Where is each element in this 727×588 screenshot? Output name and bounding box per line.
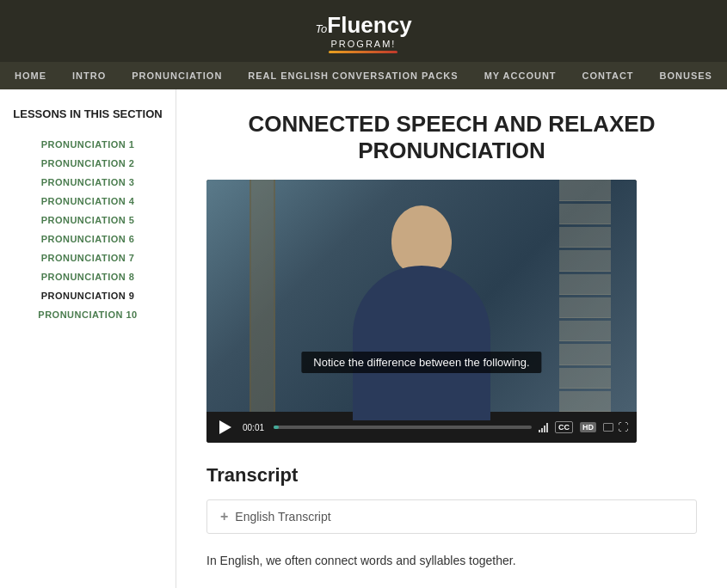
cc-button[interactable]: CC bbox=[555, 421, 573, 433]
video-thumbnail: Notice the difference between the follow… bbox=[206, 180, 637, 412]
sidebar-item-pronunciation-7[interactable]: PRONUNCIATION 7 bbox=[0, 248, 176, 267]
expand-icon: + bbox=[220, 509, 228, 524]
logo-underline bbox=[329, 51, 397, 53]
nav-packs[interactable]: REAL ENGLISH CONVERSATION PACKS bbox=[248, 70, 458, 81]
fullscreen-icon[interactable]: ⛶ bbox=[618, 421, 628, 433]
sidebar-item-pronunciation-10[interactable]: PRONUNCIATION 10 bbox=[0, 305, 176, 324]
transcript-expand-box[interactable]: + English Transcript bbox=[206, 499, 697, 534]
video-person bbox=[353, 188, 490, 412]
pip-icon bbox=[603, 423, 613, 432]
transcript-body: In English, we often connect words and s… bbox=[206, 551, 697, 570]
bg-door bbox=[250, 180, 275, 412]
video-extra-controls: ⛶ bbox=[603, 421, 628, 433]
nav-home[interactable]: HOME bbox=[15, 70, 46, 81]
lesson-title: CONNECTED SPEECH AND RELAXED PRONUNCIATI… bbox=[206, 111, 697, 164]
transcript-expand-label: English Transcript bbox=[235, 510, 330, 524]
video-container: Notice the difference between the follow… bbox=[206, 180, 637, 443]
play-icon bbox=[219, 420, 231, 434]
time-display: 00:01 bbox=[243, 423, 267, 432]
logo[interactable]: ToFluency PROGRAM! bbox=[315, 12, 411, 53]
transcript-title: Transcript bbox=[206, 464, 697, 487]
bg-blinds bbox=[559, 180, 611, 412]
progress-bar[interactable] bbox=[274, 426, 532, 429]
hd-button[interactable]: HD bbox=[580, 422, 596, 432]
sidebar-item-pronunciation-8[interactable]: PRONUNCIATION 8 bbox=[0, 267, 176, 286]
nav-pronunciation[interactable]: PRONUNCIATION bbox=[132, 70, 222, 81]
nav-account[interactable]: MY ACCOUNT bbox=[484, 70, 557, 81]
header: ToFluency PROGRAM! bbox=[0, 0, 727, 62]
sidebar: LESSONS IN THIS SECTION PRONUNCIATION 1 … bbox=[0, 89, 176, 588]
sidebar-item-pronunciation-4[interactable]: PRONUNCIATION 4 bbox=[0, 192, 176, 211]
nav-bonuses[interactable]: BONUSES bbox=[660, 70, 712, 81]
volume-icon bbox=[539, 422, 548, 432]
sidebar-item-pronunciation-1[interactable]: PRONUNCIATION 1 bbox=[0, 135, 176, 154]
main-layout: LESSONS IN THIS SECTION PRONUNCIATION 1 … bbox=[0, 89, 727, 588]
logo-to: To bbox=[315, 22, 327, 35]
logo-program: PROGRAM! bbox=[315, 39, 411, 49]
sidebar-title: LESSONS IN THIS SECTION bbox=[0, 107, 176, 135]
sidebar-item-pronunciation-9[interactable]: PRONUNCIATION 9 bbox=[0, 286, 176, 305]
nav-contact[interactable]: CONTACT bbox=[582, 70, 634, 81]
sidebar-item-pronunciation-5[interactable]: PRONUNCIATION 5 bbox=[0, 211, 176, 230]
video-subtitle: Notice the difference between the follow… bbox=[301, 352, 541, 373]
main-content: CONNECTED SPEECH AND RELAXED PRONUNCIATI… bbox=[176, 89, 727, 588]
play-button[interactable] bbox=[215, 417, 236, 438]
nav-intro[interactable]: INTRO bbox=[72, 70, 106, 81]
progress-fill bbox=[274, 426, 279, 429]
sidebar-item-pronunciation-2[interactable]: PRONUNCIATION 2 bbox=[0, 154, 176, 173]
main-nav: HOME INTRO PRONUNCIATION REAL ENGLISH CO… bbox=[0, 62, 727, 89]
sidebar-item-pronunciation-3[interactable]: PRONUNCIATION 3 bbox=[0, 173, 176, 192]
sidebar-item-pronunciation-6[interactable]: PRONUNCIATION 6 bbox=[0, 230, 176, 248]
logo-fluency: Fluency bbox=[327, 12, 411, 38]
